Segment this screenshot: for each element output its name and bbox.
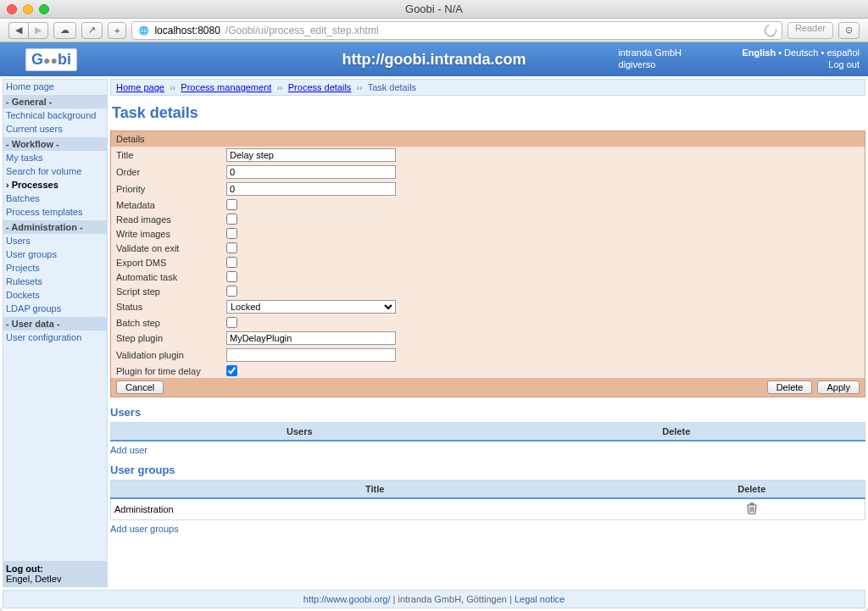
sidebar-projects[interactable]: Projects (3, 261, 107, 275)
input-order[interactable] (226, 165, 396, 179)
sidebar-section-workflow: - Workflow - (3, 137, 107, 151)
page-title: Task details (110, 96, 865, 131)
checkbox-automatic-task[interactable] (226, 271, 237, 282)
sidebar-current-users[interactable]: Current users (3, 122, 107, 136)
checkbox-batch-step[interactable] (226, 317, 237, 328)
back-button[interactable]: ◀ (8, 22, 28, 39)
input-title[interactable] (226, 148, 396, 162)
sidebar-technical-background[interactable]: Technical background (3, 108, 107, 122)
sidebar-process-templates[interactable]: Process templates (3, 205, 107, 219)
cancel-button[interactable]: Cancel (116, 380, 164, 394)
users-col-users: Users (111, 423, 488, 442)
usergroup-row-title: Administration (111, 498, 639, 520)
reader-button[interactable]: Reader (787, 22, 833, 39)
footer-goobi-url[interactable]: http://www.goobi.org/ (303, 594, 391, 604)
sidebar-home[interactable]: Home page (3, 80, 107, 93)
checkbox-read-images[interactable] (226, 214, 237, 225)
label-write-images: Write images (116, 229, 226, 239)
header-company[interactable]: intranda GmbH (618, 47, 682, 58)
add-button[interactable]: + (108, 22, 126, 39)
sidebar-search-volume[interactable]: Search for volume (3, 164, 107, 178)
users-table: Users Delete (110, 422, 865, 442)
sidebar-rulesets[interactable]: Rulesets (3, 275, 107, 288)
sidebar-user-groups[interactable]: User groups (3, 247, 107, 261)
url-field[interactable]: 🌐 localhost:8080/Goobi/ui/process_edit_s… (131, 21, 782, 40)
downloads-button[interactable]: ⊙ (838, 22, 860, 39)
sidebar-ldap-groups[interactable]: LDAP groups (3, 302, 107, 315)
breadcrumb: Home page ›› Process management ›› Proce… (110, 79, 865, 96)
sidebar-my-tasks[interactable]: My tasks (3, 151, 107, 164)
trash-icon[interactable] (747, 503, 757, 514)
details-heading: Details (111, 131, 865, 147)
sidebar-logout[interactable]: Log out: Engel, Detlev (3, 561, 107, 586)
sidebar-dockets[interactable]: Dockets (3, 288, 107, 302)
footer-company: intranda GmbH, Göttingen (398, 594, 507, 604)
browser-toolbar: ◀ ▶ ☁ ↗ + 🌐 localhost:8080/Goobi/ui/proc… (0, 19, 868, 42)
label-status: Status (116, 302, 226, 312)
label-read-images: Read images (116, 214, 226, 225)
logout-user: Engel, Detlev (6, 574, 61, 584)
input-validation-plugin[interactable] (226, 348, 396, 362)
sidebar-user-config[interactable]: User configuration (3, 330, 107, 344)
breadcrumb-process-mgmt[interactable]: Process management (181, 82, 271, 92)
lang-espanol[interactable]: español (826, 47, 860, 58)
label-plugin-time-delay: Plugin for time delay (116, 366, 226, 376)
usergroups-col-delete: Delete (639, 480, 865, 499)
label-validate-on-exit: Validate on exit (116, 243, 226, 253)
lang-deutsch[interactable]: Deutsch (784, 47, 818, 58)
share-button[interactable]: ↗ (81, 22, 103, 39)
label-batch-step: Batch step (116, 318, 226, 328)
input-priority[interactable] (226, 182, 396, 196)
logout-label: Log out: (6, 564, 43, 574)
table-row: Administration (111, 498, 865, 520)
forward-button[interactable]: ▶ (28, 22, 48, 39)
select-status[interactable]: Locked (226, 300, 396, 314)
header-url: http://goobi.intranda.com (0, 51, 868, 69)
usergroups-section-title: User groups (110, 464, 865, 476)
label-priority: Priority (116, 184, 226, 194)
sidebar-section-userdata: - User data - (3, 317, 107, 330)
header-logout[interactable]: Log out (828, 59, 860, 69)
logo[interactable]: G●●bi (25, 48, 77, 71)
header-tagline[interactable]: digiverso (618, 59, 655, 69)
label-order: Order (116, 167, 226, 177)
reload-icon[interactable] (762, 22, 778, 38)
label-automatic-task: Automatic task (116, 272, 226, 282)
checkbox-validate-on-exit[interactable] (226, 242, 237, 253)
sidebar-section-general: - General - (3, 95, 107, 108)
label-script-step: Script step (116, 286, 226, 297)
breadcrumb-process-details[interactable]: Process details (288, 82, 352, 92)
label-metadata: Metadata (116, 200, 226, 210)
breadcrumb-home[interactable]: Home page (116, 82, 164, 92)
breadcrumb-sep: ›› (276, 82, 282, 92)
usergroups-table: Title Delete Administration (110, 480, 865, 520)
sidebar-users[interactable]: Users (3, 234, 107, 247)
checkbox-script-step[interactable] (226, 286, 237, 297)
sidebar-batches[interactable]: Batches (3, 192, 107, 205)
input-step-plugin[interactable] (226, 331, 396, 345)
label-export-dms: Export DMS (116, 258, 226, 268)
lang-english[interactable]: English (742, 47, 776, 58)
icloud-button[interactable]: ☁ (53, 22, 76, 39)
apply-button[interactable]: Apply (817, 380, 860, 394)
checkbox-export-dms[interactable] (226, 257, 237, 268)
site-icon: 🌐 (137, 25, 149, 36)
url-host: localhost:8080 (154, 25, 220, 36)
sidebar-section-admin: - Administration - (3, 220, 107, 234)
sidebar-processes[interactable]: Processes (3, 178, 107, 192)
delete-button[interactable]: Delete (767, 380, 813, 394)
label-title: Title (116, 150, 226, 160)
add-user-link[interactable]: Add user (110, 445, 147, 455)
window-titlebar: Goobi - N/A (0, 0, 868, 19)
add-usergroups-link[interactable]: Add user groups (110, 524, 179, 534)
checkbox-metadata[interactable] (226, 199, 237, 210)
users-section-title: Users (110, 406, 865, 419)
checkbox-write-images[interactable] (226, 228, 237, 239)
checkbox-plugin-time-delay[interactable] (226, 365, 237, 376)
footer: http://www.goobi.org/ | intranda GmbH, G… (3, 590, 865, 608)
label-step-plugin: Step plugin (116, 333, 226, 343)
main-content: Home page ›› Process management ›› Proce… (110, 79, 865, 587)
footer-legal[interactable]: Legal notice (515, 594, 565, 604)
breadcrumb-sep: ›› (170, 82, 175, 92)
window-title: Goobi - N/A (0, 3, 868, 15)
